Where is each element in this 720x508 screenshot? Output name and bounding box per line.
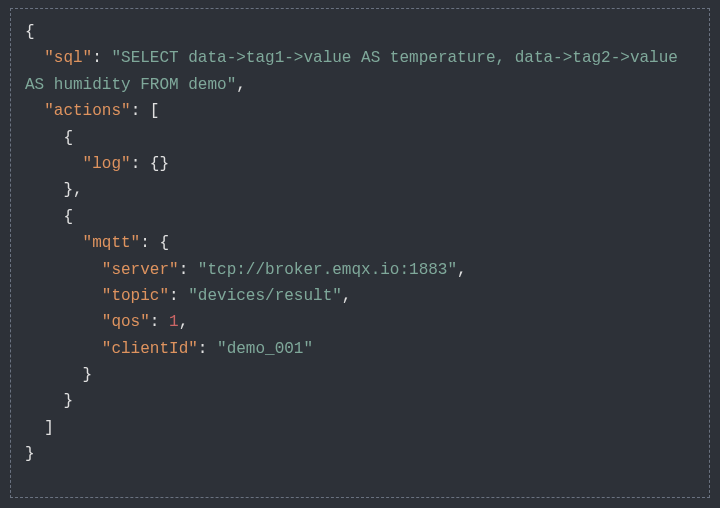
value-topic: "devices/result" <box>188 287 342 305</box>
brace-close: } <box>25 445 35 463</box>
brace-close: } <box>63 392 73 410</box>
key-clientId: "clientId" <box>102 340 198 358</box>
key-log: "log" <box>83 155 131 173</box>
value-server: "tcp://broker.emqx.io:1883" <box>198 261 457 279</box>
json-code-block: { "sql": "SELECT data->tag1->value AS te… <box>10 8 710 498</box>
key-mqtt: "mqtt" <box>83 234 141 252</box>
bracket-close: ] <box>44 419 54 437</box>
key-qos: "qos" <box>102 313 150 331</box>
key-actions: "actions" <box>44 102 130 120</box>
brace-open: { <box>63 208 73 226</box>
brace-open: { <box>25 23 35 41</box>
value-clientId: "demo_001" <box>217 340 313 358</box>
brace-close-comma: }, <box>63 181 82 199</box>
value-qos: 1 <box>169 313 179 331</box>
value-sql: "SELECT data->tag1->value AS temperature… <box>25 49 688 93</box>
brace-close: } <box>83 366 93 384</box>
key-topic: "topic" <box>102 287 169 305</box>
brace-open: { <box>63 129 73 147</box>
key-sql: "sql" <box>44 49 92 67</box>
key-server: "server" <box>102 261 179 279</box>
